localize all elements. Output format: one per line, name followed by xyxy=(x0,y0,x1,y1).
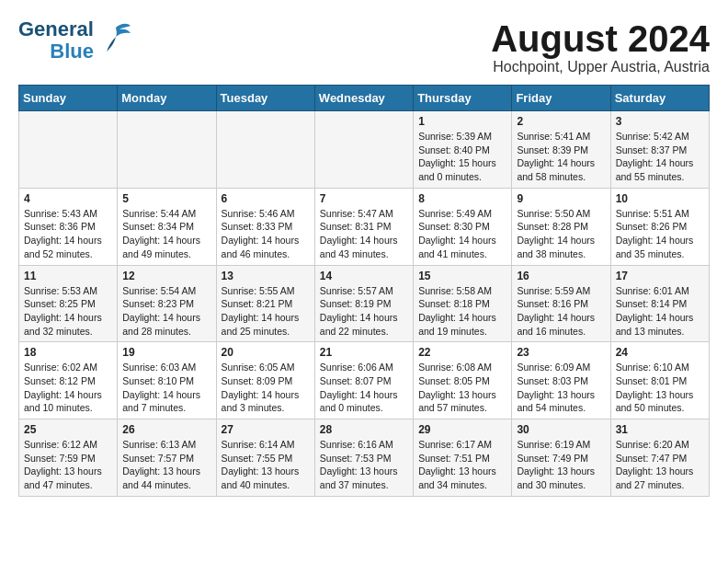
day-number: 6 xyxy=(222,192,310,205)
day-number: 15 xyxy=(418,270,506,282)
calendar-cell: 7Sunrise: 5:47 AMSunset: 8:31 PMDaylight… xyxy=(314,188,413,265)
day-info: Sunrise: 5:54 AMSunset: 8:23 PMDaylight:… xyxy=(122,284,210,339)
calendar-week-4: 18Sunrise: 6:02 AMSunset: 8:12 PMDayligh… xyxy=(19,342,710,419)
day-number: 4 xyxy=(24,192,112,205)
day-number: 16 xyxy=(517,270,605,282)
day-number: 11 xyxy=(24,270,112,282)
calendar-cell: 10Sunrise: 5:51 AMSunset: 8:26 PMDayligh… xyxy=(610,188,709,265)
calendar-cell: 30Sunrise: 6:19 AMSunset: 7:49 PMDayligh… xyxy=(512,419,610,497)
calendar-cell: 14Sunrise: 5:57 AMSunset: 8:19 PMDayligh… xyxy=(314,265,413,342)
calendar-cell: 15Sunrise: 5:58 AMSunset: 8:18 PMDayligh… xyxy=(414,265,512,342)
day-number: 10 xyxy=(616,192,704,205)
weekday-header-wednesday: Wednesday xyxy=(314,86,413,111)
calendar-table: SundayMondayTuesdayWednesdayThursdayFrid… xyxy=(18,85,710,497)
day-info: Sunrise: 6:10 AMSunset: 8:01 PMDaylight:… xyxy=(616,361,704,415)
calendar-header: SundayMondayTuesdayWednesdayThursdayFrid… xyxy=(19,86,710,111)
location-title: Hochpoint, Upper Austria, Austria xyxy=(491,59,710,75)
day-number: 7 xyxy=(320,192,408,205)
day-info: Sunrise: 5:59 AMSunset: 8:16 PMDaylight:… xyxy=(517,284,605,339)
calendar-cell: 25Sunrise: 6:12 AMSunset: 7:59 PMDayligh… xyxy=(19,419,118,497)
calendar-week-3: 11Sunrise: 5:53 AMSunset: 8:25 PMDayligh… xyxy=(19,265,710,342)
day-number: 23 xyxy=(517,346,605,359)
day-number: 29 xyxy=(418,423,506,436)
calendar-cell: 6Sunrise: 5:46 AMSunset: 8:33 PMDaylight… xyxy=(216,188,314,265)
day-info: Sunrise: 5:58 AMSunset: 8:18 PMDaylight:… xyxy=(418,284,506,339)
day-info: Sunrise: 6:16 AMSunset: 7:53 PMDaylight:… xyxy=(320,438,408,492)
day-number: 17 xyxy=(616,270,704,282)
calendar-cell: 12Sunrise: 5:54 AMSunset: 8:23 PMDayligh… xyxy=(118,265,216,342)
calendar-cell: 24Sunrise: 6:10 AMSunset: 8:01 PMDayligh… xyxy=(610,342,709,419)
day-info: Sunrise: 6:12 AMSunset: 7:59 PMDaylight:… xyxy=(24,438,112,492)
day-number: 24 xyxy=(616,346,704,359)
day-info: Sunrise: 5:41 AMSunset: 8:39 PMDaylight:… xyxy=(517,130,605,184)
calendar-week-1: 1Sunrise: 5:39 AMSunset: 8:40 PMDaylight… xyxy=(19,111,710,189)
day-info: Sunrise: 6:06 AMSunset: 8:07 PMDaylight:… xyxy=(320,361,408,415)
calendar-cell xyxy=(216,111,314,189)
calendar-cell: 21Sunrise: 6:06 AMSunset: 8:07 PMDayligh… xyxy=(314,342,413,419)
day-info: Sunrise: 5:39 AMSunset: 8:40 PMDaylight:… xyxy=(418,130,506,184)
calendar-cell: 19Sunrise: 6:03 AMSunset: 8:10 PMDayligh… xyxy=(118,342,216,419)
day-info: Sunrise: 6:05 AMSunset: 8:09 PMDaylight:… xyxy=(222,361,310,415)
calendar-cell: 2Sunrise: 5:41 AMSunset: 8:39 PMDaylight… xyxy=(512,111,610,189)
day-number: 19 xyxy=(122,346,210,359)
day-info: Sunrise: 6:20 AMSunset: 7:47 PMDaylight:… xyxy=(616,438,704,492)
calendar-cell: 13Sunrise: 5:55 AMSunset: 8:21 PMDayligh… xyxy=(216,265,314,342)
day-info: Sunrise: 5:50 AMSunset: 8:28 PMDaylight:… xyxy=(517,207,605,261)
calendar-body: 1Sunrise: 5:39 AMSunset: 8:40 PMDaylight… xyxy=(19,111,710,497)
calendar-cell: 17Sunrise: 6:01 AMSunset: 8:14 PMDayligh… xyxy=(610,265,709,342)
day-info: Sunrise: 5:46 AMSunset: 8:33 PMDaylight:… xyxy=(222,207,310,261)
calendar-cell: 4Sunrise: 5:43 AMSunset: 8:36 PMDaylight… xyxy=(19,188,118,265)
day-number: 27 xyxy=(222,423,310,436)
day-info: Sunrise: 5:49 AMSunset: 8:30 PMDaylight:… xyxy=(418,207,506,261)
day-number: 2 xyxy=(517,115,605,128)
logo-bird-icon xyxy=(99,20,132,57)
calendar-cell: 28Sunrise: 6:16 AMSunset: 7:53 PMDayligh… xyxy=(314,419,413,497)
calendar-cell: 22Sunrise: 6:08 AMSunset: 8:05 PMDayligh… xyxy=(414,342,512,419)
calendar-cell: 11Sunrise: 5:53 AMSunset: 8:25 PMDayligh… xyxy=(19,265,118,342)
day-info: Sunrise: 5:42 AMSunset: 8:37 PMDaylight:… xyxy=(616,130,704,184)
calendar-cell xyxy=(118,111,216,189)
day-number: 18 xyxy=(24,346,112,359)
day-info: Sunrise: 6:17 AMSunset: 7:51 PMDaylight:… xyxy=(418,438,506,492)
day-number: 14 xyxy=(320,270,408,282)
day-info: Sunrise: 6:01 AMSunset: 8:14 PMDaylight:… xyxy=(616,284,704,339)
day-number: 30 xyxy=(517,423,605,436)
day-info: Sunrise: 5:55 AMSunset: 8:21 PMDaylight:… xyxy=(222,284,310,339)
logo-general: General xyxy=(18,18,94,40)
day-number: 5 xyxy=(122,192,210,205)
day-info: Sunrise: 5:44 AMSunset: 8:34 PMDaylight:… xyxy=(122,207,210,261)
calendar-cell: 5Sunrise: 5:44 AMSunset: 8:34 PMDaylight… xyxy=(118,188,216,265)
calendar-week-2: 4Sunrise: 5:43 AMSunset: 8:36 PMDaylight… xyxy=(19,188,710,265)
calendar-cell: 18Sunrise: 6:02 AMSunset: 8:12 PMDayligh… xyxy=(19,342,118,419)
day-number: 13 xyxy=(222,270,310,282)
day-info: Sunrise: 6:19 AMSunset: 7:49 PMDaylight:… xyxy=(517,438,605,492)
calendar-cell: 23Sunrise: 6:09 AMSunset: 8:03 PMDayligh… xyxy=(512,342,610,419)
weekday-header-tuesday: Tuesday xyxy=(216,86,314,111)
logo-blue: Blue xyxy=(50,40,94,63)
weekday-header-monday: Monday xyxy=(118,86,216,111)
day-info: Sunrise: 6:08 AMSunset: 8:05 PMDaylight:… xyxy=(418,361,506,415)
logo: General Blue xyxy=(18,18,132,63)
day-number: 3 xyxy=(616,115,704,128)
calendar-cell: 9Sunrise: 5:50 AMSunset: 8:28 PMDaylight… xyxy=(512,188,610,265)
day-info: Sunrise: 6:13 AMSunset: 7:57 PMDaylight:… xyxy=(122,438,210,492)
calendar-cell: 8Sunrise: 5:49 AMSunset: 8:30 PMDaylight… xyxy=(414,188,512,265)
day-number: 8 xyxy=(418,192,506,205)
day-number: 31 xyxy=(616,423,704,436)
weekday-header-row: SundayMondayTuesdayWednesdayThursdayFrid… xyxy=(19,86,710,111)
calendar-cell: 26Sunrise: 6:13 AMSunset: 7:57 PMDayligh… xyxy=(118,419,216,497)
day-number: 28 xyxy=(320,423,408,436)
day-number: 12 xyxy=(122,270,210,282)
calendar-cell xyxy=(314,111,413,189)
day-info: Sunrise: 6:14 AMSunset: 7:55 PMDaylight:… xyxy=(222,438,310,492)
page-header: General Blue August 2024 Hochpoint, Uppe… xyxy=(18,18,710,75)
day-number: 26 xyxy=(122,423,210,436)
calendar-cell xyxy=(19,111,118,189)
day-info: Sunrise: 6:03 AMSunset: 8:10 PMDaylight:… xyxy=(122,361,210,415)
day-number: 20 xyxy=(222,346,310,359)
day-info: Sunrise: 5:57 AMSunset: 8:19 PMDaylight:… xyxy=(320,284,408,339)
calendar-cell: 27Sunrise: 6:14 AMSunset: 7:55 PMDayligh… xyxy=(216,419,314,497)
day-info: Sunrise: 5:43 AMSunset: 8:36 PMDaylight:… xyxy=(24,207,112,261)
calendar-cell: 20Sunrise: 6:05 AMSunset: 8:09 PMDayligh… xyxy=(216,342,314,419)
day-number: 9 xyxy=(517,192,605,205)
